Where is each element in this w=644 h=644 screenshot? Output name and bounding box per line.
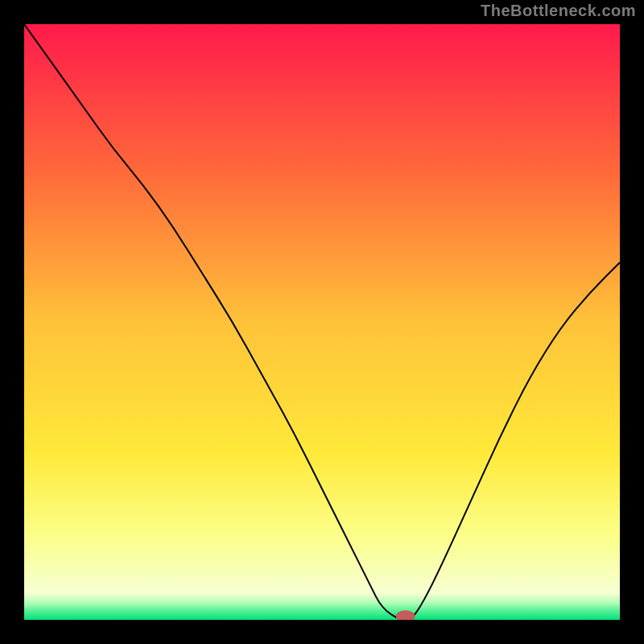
plot-area	[24, 24, 620, 620]
gradient-background	[24, 24, 620, 620]
chart-frame: TheBottleneck.com	[0, 0, 644, 644]
watermark-text: TheBottleneck.com	[481, 2, 636, 20]
chart-svg	[24, 24, 620, 620]
